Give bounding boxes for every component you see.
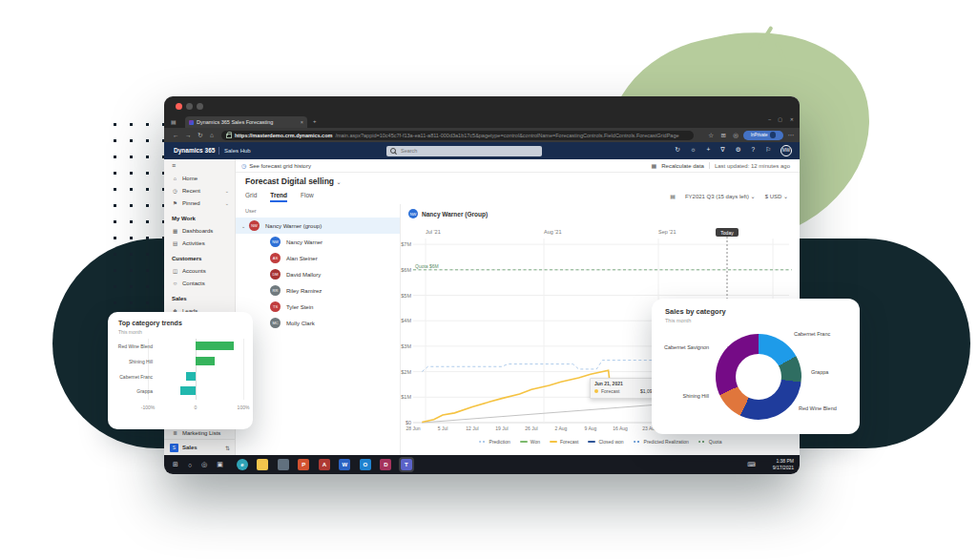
hamburger-menu-icon[interactable]: ≡ xyxy=(172,162,176,169)
app-name[interactable]: Sales Hub xyxy=(224,148,251,154)
area-switcher[interactable]: S Sales ⇅ xyxy=(164,439,235,455)
period-selector[interactable]: FY2021 Q3 (15 days left) ⌄ xyxy=(685,193,756,199)
extensions-icon[interactable]: ◎ xyxy=(733,132,739,139)
chevron-down-icon[interactable]: ⌄ xyxy=(225,200,229,206)
home-icon[interactable]: ⌂ xyxy=(210,132,214,138)
sync-icon[interactable]: ↻ xyxy=(675,146,679,154)
legend-swatch xyxy=(634,441,641,443)
dynamics-favicon xyxy=(189,120,194,125)
table-row[interactable]: ASAlan Steiner xyxy=(236,250,400,266)
taskbar-app-teams-icon[interactable]: T xyxy=(401,459,412,470)
area-tile: S xyxy=(170,444,178,452)
avatar: NW xyxy=(249,220,260,231)
chevron-down-icon[interactable]: ⌄ xyxy=(336,179,341,185)
recalculate-button[interactable]: Recalculate data xyxy=(661,163,704,169)
sidebar-item-home[interactable]: ⌂Home xyxy=(164,172,235,184)
table-row[interactable]: RRRiley Ramirez xyxy=(236,282,400,299)
favorites-star-icon[interactable]: ☆ xyxy=(708,132,714,139)
tab-trend[interactable]: Trend xyxy=(270,192,287,202)
area-switch-icon[interactable]: ⇅ xyxy=(225,445,230,451)
forward-icon[interactable]: → xyxy=(185,132,192,138)
taskbar-app-settings-icon[interactable] xyxy=(278,459,289,470)
trend-bar xyxy=(196,357,215,365)
decorative-dot-grid xyxy=(107,116,168,313)
window-maximize-icon[interactable]: ▢ xyxy=(778,116,782,122)
legend-item-won: Won xyxy=(520,439,540,445)
browser-menu-icon[interactable]: ⋯ xyxy=(788,132,795,139)
trends-card-subtitle: This month xyxy=(118,329,142,335)
sidebar-item-label: Home xyxy=(182,176,198,181)
close-traffic-light[interactable] xyxy=(176,103,182,110)
touch-keyboard-icon[interactable]: ⌨ xyxy=(747,461,756,467)
lightbulb-icon[interactable]: ☼ xyxy=(691,146,697,154)
dashboards-icon: ▦ xyxy=(172,228,178,234)
sidebar-item-pinned[interactable]: ⚑Pinned⌄ xyxy=(164,197,235,209)
taskbar-app-access-icon[interactable]: A xyxy=(319,459,330,470)
taskbar-app-outlook-icon[interactable]: O xyxy=(360,459,371,470)
sidebar-item-contacts[interactable]: ☺Contacts xyxy=(164,277,235,289)
task-view-icon[interactable]: ▣ xyxy=(217,461,223,468)
table-row[interactable]: TSTyler Stein xyxy=(236,299,400,315)
command-bar: ◷ See forecast grid history ▦ Recalculat… xyxy=(236,159,800,173)
filter-icon[interactable]: ∇ xyxy=(720,146,724,154)
sidebar-item-accounts[interactable]: ◫Accounts xyxy=(164,264,235,277)
back-icon[interactable]: ← xyxy=(173,132,179,138)
forecast-history-button[interactable]: ◷ See forecast grid history xyxy=(241,162,311,169)
help-icon[interactable]: ? xyxy=(752,146,756,154)
table-row[interactable]: DMDavid Mallory xyxy=(236,266,400,282)
window-close-icon[interactable]: ✕ xyxy=(790,116,794,122)
close-tab-icon[interactable]: × xyxy=(301,119,303,125)
minimize-traffic-light[interactable] xyxy=(186,103,193,110)
new-tab-button[interactable]: + xyxy=(313,118,317,124)
table-row[interactable]: MCMolly Clark xyxy=(236,315,400,331)
avatar: RR xyxy=(270,285,281,296)
collections-icon[interactable]: ⊞ xyxy=(721,132,726,139)
forecast-title: Forecast Digital selling xyxy=(245,176,334,186)
taskbar-app-file-explorer-icon[interactable] xyxy=(257,459,268,470)
search-input[interactable] xyxy=(399,147,517,155)
global-search[interactable] xyxy=(386,146,542,156)
y-tick-label: $2M xyxy=(401,369,411,375)
profile-chip[interactable]: InPrivate xyxy=(743,131,783,140)
zoom-traffic-light[interactable] xyxy=(197,103,203,110)
sidebar-sections: ⌂Home◷Recent⌄⚑Pinned⌄My Work▦Dashboards▤… xyxy=(164,172,235,317)
taskbar-app-dynamics-icon[interactable]: D xyxy=(380,459,391,470)
search-icon[interactable]: ○ xyxy=(188,462,192,468)
refresh-icon[interactable]: ↻ xyxy=(198,132,202,139)
url-path: /main.aspx?appid=10c45c7f-f13a-ea11-a811… xyxy=(335,133,678,138)
taskbar-clock[interactable]: 1:38 PM 9/17/2021 xyxy=(773,458,794,471)
avatar: TS xyxy=(270,301,281,312)
gear-icon[interactable]: ⚙ xyxy=(736,146,741,154)
x-tick-label: 5 Jul xyxy=(438,425,448,431)
sidebar-item-activities[interactable]: ▤Activities xyxy=(164,237,235,249)
user-avatar[interactable]: MW xyxy=(780,145,792,156)
sidebar-item-recent[interactable]: ◷Recent⌄ xyxy=(164,184,235,197)
trend-x-tick: 0 xyxy=(195,404,198,410)
address-bar[interactable]: https://masterdemo.crm.dynamics.com /mai… xyxy=(221,131,694,140)
vertical-tabs-icon[interactable]: ▤ xyxy=(171,118,177,125)
view-tabs: GridTrendFlow xyxy=(245,192,314,202)
start-button[interactable]: ⊞ xyxy=(173,461,178,468)
donut-slice-label: Red Wine Blend xyxy=(799,405,837,411)
table-row[interactable]: NWNancy Warner xyxy=(236,234,400,250)
chevron-down-icon[interactable]: ⌄ xyxy=(225,188,229,194)
browser-tab[interactable]: Dynamics 365 Sales Forecasting × xyxy=(185,116,307,128)
feedback-icon[interactable]: ⚐ xyxy=(765,146,771,154)
donut-slice-label: Cabernet Franc xyxy=(794,331,830,337)
window-minimize-icon[interactable]: – xyxy=(768,116,771,122)
table-row[interactable]: ⌄NWNancy Warner (group) xyxy=(236,218,400,234)
page-title[interactable]: Forecast Digital selling ⌄ xyxy=(245,176,341,186)
currency-selector[interactable]: $ USD ⌄ xyxy=(765,193,788,199)
taskbar-app-edge-icon[interactable]: e xyxy=(237,459,248,470)
chevron-down-icon[interactable]: ⌄ xyxy=(241,223,247,229)
cortana-icon[interactable]: ◎ xyxy=(201,461,207,468)
sidebar-item-dashboards[interactable]: ▦Dashboards xyxy=(164,224,235,237)
taskbar-app-powerpoint-icon[interactable]: P xyxy=(298,459,309,470)
area-label: Sales xyxy=(182,445,221,450)
taskbar-app-word-icon[interactable]: W xyxy=(339,459,350,470)
tab-grid[interactable]: Grid xyxy=(245,192,257,202)
dynamics-brand[interactable]: Dynamics 365 xyxy=(174,147,215,154)
user-name: Nancy Warner xyxy=(286,239,323,245)
tab-flow[interactable]: Flow xyxy=(301,192,314,202)
plus-icon[interactable]: + xyxy=(707,146,711,154)
